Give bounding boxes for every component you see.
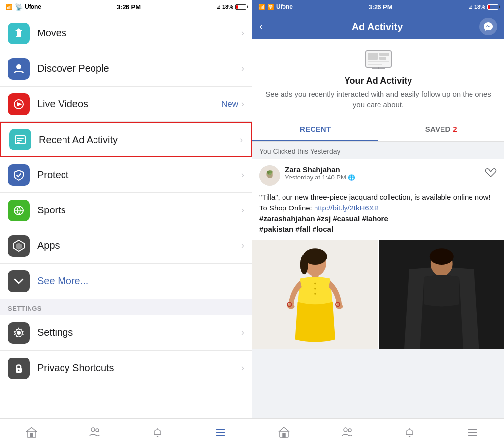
messenger-button[interactable]	[479, 18, 497, 35]
right-nav-friends[interactable]	[332, 423, 362, 445]
apps-label: Apps	[37, 240, 241, 251]
right-battery-area: ⊿ 18%	[468, 4, 498, 10]
svg-marker-3	[17, 102, 22, 106]
intro-title: Your Ad Activity	[345, 76, 412, 86]
menu-item-discover-people[interactable]: Discover People ›	[0, 51, 252, 87]
recent-ad-activity-chevron: ›	[240, 135, 243, 145]
right-header: ‹ Ad Activity	[252, 14, 504, 39]
svg-point-1	[16, 64, 21, 69]
ad-text-content: "Tilla", our new three-piece jacquard co…	[259, 193, 491, 233]
like-button[interactable]	[484, 166, 497, 182]
menu-item-protect[interactable]: Protect ›	[0, 157, 252, 193]
right-time: 3:26 PM	[368, 3, 392, 11]
right-bottom-nav	[252, 418, 504, 448]
svg-rect-7	[17, 142, 20, 143]
menu-item-live-videos[interactable]: Live Videos New ›	[0, 87, 252, 122]
menu-item-sports[interactable]: Sports ›	[0, 193, 252, 228]
right-battery-fill	[488, 5, 490, 9]
settings-chevron: ›	[241, 328, 244, 338]
menu-item-privacy-shortcuts[interactable]: Privacy Shortcuts ›	[0, 351, 252, 386]
moves-label: Moves	[37, 28, 241, 39]
right-signal-icon: 📶	[258, 4, 265, 10]
svg-rect-26	[379, 57, 386, 60]
tab-saved-badge: 2	[453, 125, 457, 133]
menu-item-see-more[interactable]: See More...	[0, 264, 252, 299]
svg-point-50	[429, 248, 453, 265]
recent-ad-activity-icon	[9, 129, 31, 150]
see-more-label: See More...	[37, 275, 244, 287]
left-carrier: Ufone	[25, 3, 41, 10]
sports-chevron: ›	[241, 205, 244, 215]
left-menu-icon	[215, 426, 226, 441]
left-battery-area: ⊿ 18%	[216, 4, 246, 10]
left-nav-home[interactable]	[17, 423, 46, 445]
svg-point-17	[91, 428, 95, 432]
tab-saved[interactable]: SAVED 2	[378, 118, 504, 141]
svg-marker-11	[16, 243, 22, 250]
tab-recent-label: RECENT	[300, 125, 331, 133]
content-area: You Clicked this Yesterday	[252, 142, 504, 418]
live-videos-label: Live Videos	[37, 98, 221, 110]
left-nav-notifications[interactable]	[143, 423, 172, 445]
svg-rect-6	[17, 140, 22, 141]
protect-icon	[8, 164, 30, 186]
right-location-icon: ⊿	[468, 4, 472, 10]
menu-item-moves[interactable]: Moves ›	[0, 16, 252, 51]
svg-rect-16	[30, 433, 33, 437]
privacy-icon	[8, 358, 30, 379]
right-nav-home[interactable]	[269, 423, 299, 445]
left-home-icon	[26, 426, 37, 441]
avatar-img	[259, 165, 280, 186]
ad-images	[252, 240, 504, 349]
section-label: You Clicked this Yesterday	[252, 142, 504, 159]
live-videos-icon	[8, 93, 30, 115]
back-button[interactable]: ‹	[259, 20, 275, 33]
sports-label: Sports	[37, 205, 241, 216]
ad-link[interactable]: http://bit.ly/2tkH6XB	[314, 204, 379, 212]
globe-icon: 🌐	[348, 174, 355, 181]
svg-point-18	[96, 429, 99, 432]
left-battery-icon	[235, 4, 246, 10]
svg-point-14	[18, 369, 20, 371]
left-nav-friends[interactable]	[80, 423, 109, 445]
svg-rect-0	[16, 36, 21, 37]
ad-meta: Zara Shahjahan Yesterday at 1:40 PM 🌐	[285, 165, 484, 181]
intro-description: See ads you recently interacted with and…	[260, 89, 496, 110]
right-home-icon	[278, 426, 290, 441]
menu-item-recent-ad-activity[interactable]: Recent Ad Activity ›	[0, 122, 252, 157]
svg-point-45	[314, 283, 316, 285]
svg-rect-22	[216, 435, 225, 436]
right-friends-icon	[341, 426, 353, 441]
left-nav-menu[interactable]	[206, 423, 235, 445]
right-battery-icon	[487, 4, 498, 10]
right-menu-icon	[467, 426, 478, 441]
ad-card-header: Zara Shahjahan Yesterday at 1:40 PM 🌐	[252, 159, 504, 192]
advertiser-name: Zara Shahjahan	[285, 165, 484, 174]
right-nav-notifications[interactable]	[395, 423, 424, 445]
see-more-icon	[8, 270, 30, 292]
menu-item-apps[interactable]: Apps ›	[0, 228, 252, 264]
right-status-carrier-area: 📶 🛜 Ufone	[258, 3, 293, 10]
menu-item-settings[interactable]: Settings ›	[0, 315, 252, 351]
settings-section-header: SETTINGS	[0, 299, 252, 315]
page-title: Ad Activity	[275, 21, 479, 32]
left-wifi-icon: 📡	[15, 3, 23, 11]
tab-recent[interactable]: RECENT	[252, 118, 378, 141]
left-battery-pct: 18%	[222, 4, 233, 10]
svg-point-34	[267, 171, 270, 174]
svg-point-54	[348, 429, 351, 432]
right-nav-menu[interactable]	[458, 423, 487, 445]
tab-saved-label: SAVED	[425, 125, 451, 133]
moves-chevron: ›	[241, 28, 244, 38]
ad-timestamp: Yesterday at 1:40 PM	[285, 174, 346, 181]
left-time: 3:26 PM	[117, 3, 141, 11]
svg-rect-56	[468, 429, 477, 430]
discover-people-icon	[8, 58, 30, 80]
svg-point-12	[17, 331, 21, 335]
ad-activity-intro-icon	[364, 49, 393, 71]
protect-label: Protect	[37, 169, 241, 180]
recent-ad-activity-label: Recent Ad Activity	[39, 134, 240, 146]
left-location-icon: ⊿	[216, 4, 220, 10]
svg-rect-28	[368, 64, 382, 65]
svg-rect-57	[468, 432, 477, 433]
